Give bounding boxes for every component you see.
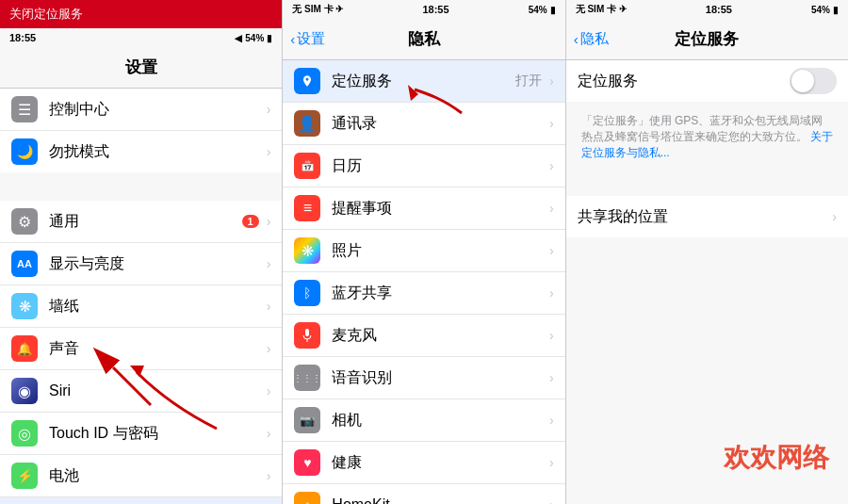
settings-item-siri[interactable]: ◉ Siri › (0, 370, 282, 413)
chevron-icon: › (549, 201, 554, 216)
privacy-item-bluetooth[interactable]: ᛒ 蓝牙共享 › (283, 272, 564, 315)
location-back[interactable]: ‹ 隐私 (574, 30, 609, 48)
location-icon (294, 68, 320, 94)
privacy-list: 定位服务 打开 › 👤 通讯录 › 📅 日历 › ≡ (283, 60, 564, 504)
privacy-item-microphone[interactable]: 麦克风 › (283, 315, 564, 357)
settings-group1: ☰ 控制中心 › 🌙 勿扰模式 › (0, 89, 282, 172)
settings-item-display[interactable]: AA 显示与亮度 › (0, 243, 282, 285)
display-label: 显示与亮度 (49, 254, 267, 274)
contacts-icon: 👤 (294, 110, 320, 137)
toggle-knob (791, 70, 814, 92)
location-toggle-item: 定位服务 (566, 60, 848, 102)
location-toggle[interactable] (790, 68, 837, 94)
privacy-back[interactable]: ‹ 设置 (290, 30, 325, 48)
close-bar-label: 关闭定位服务 (9, 6, 83, 23)
privacy-item-calendar[interactable]: 📅 日历 › (283, 145, 564, 187)
settings-item-battery[interactable]: ⚡ 电池 › (0, 455, 282, 497)
settings-nav: 设置 (0, 47, 282, 89)
homekit-icon: ⌂ (294, 492, 320, 504)
battery-1: 54% (245, 33, 264, 43)
general-icon: ⚙ (11, 208, 38, 235)
settings-title: 设置 (125, 57, 157, 78)
microphone-label: 麦克风 (332, 326, 549, 346)
privacy-panel: 无 SIM 卡 ✈ 18:55 54% ▮ ‹ 设置 隐私 (283, 0, 565, 504)
contacts-label: 通讯录 (332, 114, 549, 134)
dnd-label: 勿扰模式 (49, 142, 267, 162)
privacy-item-homekit[interactable]: ⌂ HomeKit › (283, 484, 564, 504)
chevron-icon: › (267, 383, 271, 398)
chevron-icon: › (549, 285, 554, 301)
status-icons-1: ◀ 54% ▮ (235, 33, 272, 43)
back-chevron: ‹ (290, 31, 295, 47)
health-label: 健康 (332, 453, 549, 473)
settings-item-dnd[interactable]: 🌙 勿扰模式 › (0, 131, 282, 172)
status-icons-3: 54% ▮ (811, 5, 839, 15)
settings-item-privacy[interactable]: ✋ 隐私 › (0, 497, 282, 504)
group-sep3 (566, 170, 848, 196)
share-location-item[interactable]: 共享我的位置 › (566, 196, 848, 237)
reminders-label: 提醒事项 (332, 199, 549, 219)
chevron-icon: › (549, 497, 554, 504)
chevron-icon: › (549, 370, 554, 385)
location-services-label: 定位服务 (578, 72, 790, 91)
settings-item-wallpaper[interactable]: ❋ 墙纸 › (0, 285, 282, 328)
privacy-item-reminders[interactable]: ≡ 提醒事项 › (283, 187, 564, 230)
chevron-icon: › (549, 328, 554, 343)
privacy-item-contacts[interactable]: 👤 通讯录 › (283, 103, 564, 145)
speech-icon: ⋮⋮⋮ (294, 365, 320, 391)
settings-panel: 关闭定位服务 18:55 ◀ 54% ▮ 设置 ☰ 控制中心 › (0, 0, 283, 504)
privacy-section: 定位服务 打开 › 👤 通讯录 › 📅 日历 › ≡ (283, 60, 564, 504)
camera-label: 相机 (332, 411, 549, 431)
status-time-3: 18:55 (706, 4, 732, 15)
location-toggle-section: 定位服务 (566, 60, 848, 102)
status-icons-2: 54% ▮ (529, 5, 556, 15)
status-time-2: 18:55 (422, 4, 448, 15)
battery-icon: ⚡ (11, 463, 38, 489)
privacy-item-photos[interactable]: ❋ 照片 › (283, 230, 564, 272)
chevron-icon: › (549, 73, 554, 89)
microphone-icon (294, 322, 320, 349)
location-nav: ‹ 隐私 定位服务 (566, 19, 848, 60)
privacy-item-location[interactable]: 定位服务 打开 › (283, 60, 564, 103)
calendar-label: 日历 (332, 156, 549, 176)
close-location-bar: 关闭定位服务 (0, 0, 282, 28)
chevron-icon: › (832, 209, 837, 224)
status-left-3: 无 SIM 卡 ✈ (576, 3, 627, 16)
location-desc-text: 「定位服务」使用 GPS、蓝牙和众包无线局域网热点及蜂窝信号塔位置来确定您的大致… (581, 114, 824, 143)
speech-label: 语音识别 (332, 368, 549, 388)
homekit-label: HomeKit (332, 496, 549, 504)
privacy-item-health[interactable]: ♥ 健康 › (283, 442, 564, 484)
battery-icon-1: ▮ (267, 33, 272, 43)
settings-item-general[interactable]: ⚙ 通用 1 › (0, 201, 282, 243)
settings-list: ☰ 控制中心 › 🌙 勿扰模式 › ⚙ 通用 1 › (0, 89, 282, 504)
battery-label: 电池 (49, 466, 267, 486)
battery-2: 54% (529, 5, 547, 15)
photos-icon: ❋ (294, 237, 320, 264)
dnd-icon: 🌙 (11, 138, 38, 165)
settings-item-control-center[interactable]: ☰ 控制中心 › (0, 89, 282, 131)
chevron-icon: › (267, 102, 271, 117)
privacy-item-camera[interactable]: 📷 相机 › (283, 399, 564, 442)
location-value: 打开 (515, 73, 542, 89)
status-bar-3: 无 SIM 卡 ✈ 18:55 54% ▮ (566, 0, 848, 19)
privacy-nav-title: 隐私 (408, 28, 440, 50)
chevron-icon: › (549, 413, 554, 428)
chevron-icon: › (267, 426, 271, 441)
control-center-icon: ☰ (11, 96, 38, 122)
bluetooth-icon: ᛒ (294, 280, 320, 306)
back-chevron2: ‹ (574, 31, 579, 47)
chevron-icon: › (549, 116, 554, 131)
chevron-icon: › (549, 158, 554, 173)
general-badge: 1 (242, 215, 259, 228)
status-bar-2: 无 SIM 卡 ✈ 18:55 54% ▮ (283, 0, 564, 19)
watermark: 欢欢网络 (724, 440, 829, 476)
back-label: 设置 (297, 30, 325, 48)
settings-item-touchid[interactable]: ◎ Touch ID 与密码 › (0, 413, 282, 455)
sounds-icon: 🔔 (11, 335, 38, 362)
bluetooth-label: 蓝牙共享 (332, 284, 549, 303)
settings-item-sounds[interactable]: 🔔 声音 › (0, 328, 282, 370)
location-label: 定位服务 (332, 72, 515, 91)
calendar-icon: 📅 (294, 153, 320, 179)
status-bar-1: 18:55 ◀ 54% ▮ (0, 28, 282, 47)
privacy-item-speech[interactable]: ⋮⋮⋮ 语音识别 › (283, 357, 564, 399)
